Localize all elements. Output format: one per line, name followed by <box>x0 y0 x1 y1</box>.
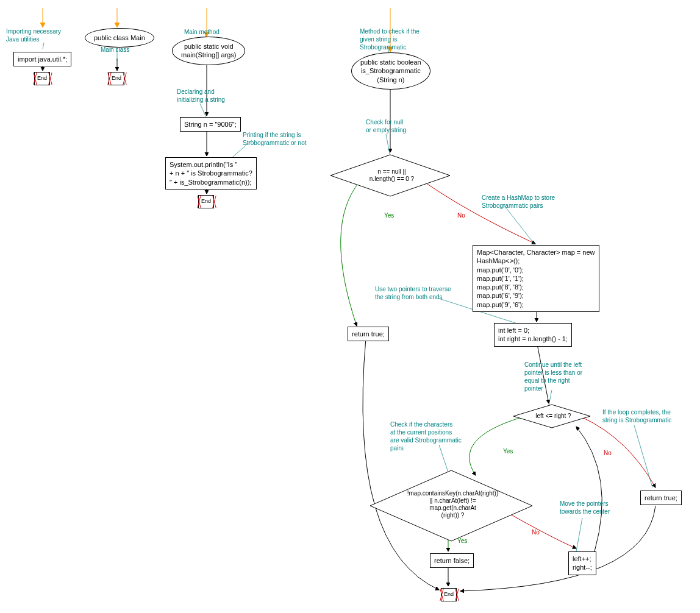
yes-label-3: Yes <box>457 537 467 544</box>
node-println: System.out.println("Is " + n + " is Stro… <box>165 157 257 190</box>
comment-twopointers: Use two pointers to traverse the string … <box>375 285 451 301</box>
node-pointers: int left = 0; int right = n.length() - 1… <box>494 323 572 347</box>
svg-marker-0 <box>330 155 450 196</box>
comment-movepointers: Move the pointers towards the center <box>560 500 610 516</box>
diamond-null-check-shape <box>329 154 451 197</box>
node-main-method: public static void main(String[] args) <box>172 37 245 65</box>
comment-checknull: Check for null or empty string <box>366 118 406 134</box>
diamond-left-right-shape <box>512 403 591 429</box>
end-box-1: End <box>34 72 50 85</box>
comment-printing: Printing if the string is Strobogrammati… <box>243 131 307 147</box>
no-label-1: No <box>457 212 465 219</box>
node-class-main: public class Main <box>85 28 154 48</box>
svg-marker-1 <box>513 405 590 428</box>
comment-declaring: Declaring and initializing a string <box>177 88 225 104</box>
node-return-true-1: return true; <box>348 327 389 341</box>
no-label-2: No <box>604 450 612 456</box>
node-import: import java.util.*; <box>13 52 71 66</box>
end-box-3: End <box>198 195 214 208</box>
yes-label-1: Yes <box>384 212 394 219</box>
comment-method: Method to check if the given string is S… <box>360 27 420 51</box>
comment-mainmethod: Main method <box>184 28 220 36</box>
no-label-3: No <box>532 529 540 536</box>
diamond-map-check-shape <box>369 469 534 542</box>
comment-createhash: Create a HashMap to store Strobogrammati… <box>482 194 555 210</box>
svg-marker-2 <box>370 470 532 541</box>
node-increment: left++; right--; <box>568 551 596 575</box>
comment-loopcompletes: If the loop completes, the string is Str… <box>602 408 671 424</box>
node-string-n: String n = "9006"; <box>180 117 241 132</box>
yes-label-2: Yes <box>503 448 513 455</box>
comment-checkchars: Check if the characters at the current p… <box>390 420 462 452</box>
comment-continue: Continue until the left pointer is less … <box>524 361 582 392</box>
node-hashmap: Map<Character, Character> map = new Hash… <box>473 245 599 312</box>
node-method-sig: public static boolean is_Strobogrammatic… <box>351 52 430 90</box>
end-box-2: End <box>109 72 124 85</box>
comment-import: Importing necessary Java utilities <box>6 27 61 43</box>
node-return-false: return false; <box>430 553 474 568</box>
end-box-4: End <box>441 588 457 601</box>
node-return-true-2: return true; <box>640 491 682 505</box>
